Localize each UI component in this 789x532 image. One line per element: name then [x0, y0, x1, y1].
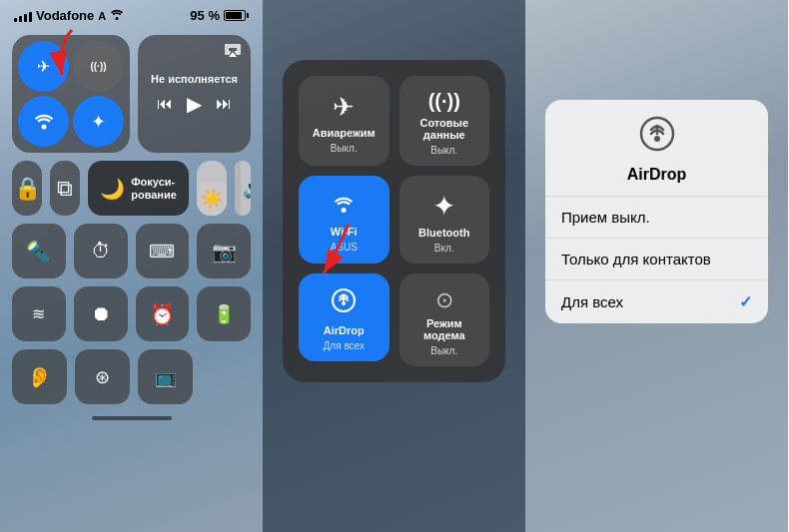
remote-icon: 📺 [155, 366, 177, 388]
red-arrow-left [42, 25, 92, 85]
camera-icon: 📷 [212, 240, 237, 264]
airdrop-tile-label: AirDrop [324, 324, 365, 336]
media-player: Не исполняется ⏮ ▶ ⏭ [138, 35, 251, 153]
tile-airplane[interactable]: ✈ Авиарежим Выкл. [299, 76, 390, 166]
next-track-button[interactable]: ⏭ [216, 95, 232, 113]
airdrop-option-everyone-label: Для всех [561, 293, 623, 310]
airdrop-option-contacts[interactable]: Только для контактов [545, 239, 768, 280]
bottom-row: 👂 ⊛ 📺 [12, 349, 251, 404]
tile-airdrop[interactable]: AirDrop Для всех [299, 273, 390, 361]
red-arrow-center [299, 219, 379, 278]
wifi-tile-icon [331, 191, 357, 222]
record-icon: ⏺ [91, 302, 111, 325]
airdrop-checkmark: ✓ [739, 292, 752, 311]
signal-bars [14, 10, 32, 22]
bar4 [29, 12, 32, 22]
focus-button[interactable]: 🌙 Фокуси-рование [88, 161, 189, 216]
tile-bluetooth[interactable]: ✦ Bluetooth Вкл. [399, 176, 490, 264]
camera-button[interactable]: 📷 [197, 224, 251, 278]
airdrop-menu-header: AirDrop [545, 100, 768, 197]
hotspot-tile-icon: ⊙ [435, 287, 453, 313]
airdrop-tile-icon [331, 287, 357, 320]
airplane-tile-icon: ✈ [333, 92, 355, 123]
status-left: Vodafone A [14, 8, 124, 23]
calculator-button[interactable]: ⌨ [136, 224, 190, 278]
clock-button[interactable]: ⏰ [136, 286, 190, 341]
home-indicator [92, 416, 172, 420]
soundwave-icon: ≋ [32, 304, 45, 323]
timer-button[interactable]: ⏱ [74, 224, 128, 278]
tile-hotspot[interactable]: ⊙ Режим модема Выкл. [399, 273, 490, 366]
status-bar: Vodafone A 95 % [0, 0, 263, 27]
tools-row: 🔦 ⏱ ⌨ 📷 [12, 224, 251, 278]
svg-point-8 [654, 136, 660, 142]
brightness-icon: ☀️ [201, 188, 223, 210]
wifi-status-icon [110, 8, 124, 23]
wifi-icon-cc [33, 113, 55, 131]
battery-widget-button[interactable]: 🔋 [197, 286, 251, 341]
carrier-suffix: A [98, 10, 106, 22]
cellular-tile-icon: ((·)) [428, 90, 460, 113]
carrier-name: Vodafone [36, 8, 94, 23]
tile-cellular[interactable]: ((·)) Сотовые данные Выкл. [399, 76, 490, 166]
cellular-tile-sub: Выкл. [430, 145, 457, 156]
airdrop-title: AirDrop [627, 166, 687, 184]
prev-track-button[interactable]: ⏮ [157, 95, 173, 113]
hearing-button[interactable]: 👂 [12, 349, 67, 404]
airdrop-header-icon [639, 116, 675, 160]
right-panel: AirDrop Прием выкл. Только для контактов… [525, 0, 788, 532]
mirror-icon: ⧉ [57, 176, 73, 202]
airdrop-option-contacts-label: Только для контактов [561, 251, 711, 267]
screen-record-button[interactable]: ⏺ [74, 286, 128, 341]
battery-percent: 95 % [190, 8, 220, 23]
bar3 [24, 14, 27, 22]
play-button[interactable]: ▶ [187, 92, 202, 116]
remote-button[interactable]: 📺 [138, 349, 193, 404]
second-row: 🔒 ⧉ 🌙 Фокуси-рование ☀️ 🔊 [12, 161, 251, 216]
airdrop-option-off[interactable]: Прием выкл. [545, 197, 768, 239]
airdrop-menu: AirDrop Прием выкл. Только для контактов… [545, 100, 768, 323]
bluetooth-tile-label: Bluetooth [418, 227, 469, 239]
bar2 [19, 16, 22, 22]
brightness-slider[interactable]: ☀️ [197, 161, 227, 216]
airplay-icon[interactable] [225, 43, 241, 60]
screen-mirror-button[interactable]: ⧉ [50, 161, 80, 216]
nfc-button[interactable]: ⊛ [75, 349, 130, 404]
clock-icon: ⏰ [150, 302, 175, 326]
cc-expanded: ✈ Авиарежим Выкл. ((·)) Сотовые данные В… [283, 60, 505, 382]
calculator-icon: ⌨ [149, 241, 175, 263]
bluetooth-tile-sub: Вкл. [434, 243, 454, 254]
bar1 [14, 18, 17, 22]
airplane-tile-label: Авиарежим [313, 127, 376, 139]
airplay-svg [225, 43, 241, 57]
status-right: 95 % [190, 8, 249, 23]
connectivity-box: ✈ ((·)) ✦ [12, 35, 130, 153]
control-center: ✈ ((·)) ✦ [0, 27, 263, 428]
svg-point-6 [342, 301, 346, 305]
hotspot-tile-sub: Выкл. [430, 345, 457, 356]
flashlight-button[interactable]: 🔦 [12, 224, 66, 278]
flashlight-icon: 🔦 [26, 240, 51, 264]
airplane-tile-sub: Выкл. [331, 143, 358, 154]
airdrop-option-off-label: Прием выкл. [561, 209, 650, 226]
soundwave-button[interactable]: ≋ [12, 286, 66, 341]
hearing-icon: 👂 [27, 365, 52, 389]
svg-point-3 [342, 208, 347, 213]
tile-airdrop-wrapper: AirDrop Для всех [299, 273, 390, 366]
bluetooth-icon: ✦ [91, 111, 106, 133]
bluetooth-button[interactable]: ✦ [73, 96, 124, 147]
orientation-lock-button[interactable]: 🔒 [12, 161, 42, 216]
cellular-tile-label: Сотовые данные [407, 117, 482, 141]
battery-widget-icon: 🔋 [213, 303, 235, 325]
media-not-playing-text: Не исполняется [151, 72, 238, 86]
left-panel: Vodafone A 95 % [0, 0, 263, 532]
volume-slider[interactable]: 🔊 [235, 161, 251, 216]
wifi-button[interactable] [18, 96, 69, 147]
svg-point-0 [116, 17, 119, 20]
volume-icon: 🔊 [243, 178, 251, 200]
battery-icon [224, 10, 249, 21]
timer-icon: ⏱ [91, 240, 111, 263]
top-row: ✈ ((·)) ✦ [12, 35, 251, 153]
focus-label: Фокуси-рование [131, 176, 177, 200]
airdrop-option-everyone[interactable]: Для всех ✓ [545, 280, 768, 323]
